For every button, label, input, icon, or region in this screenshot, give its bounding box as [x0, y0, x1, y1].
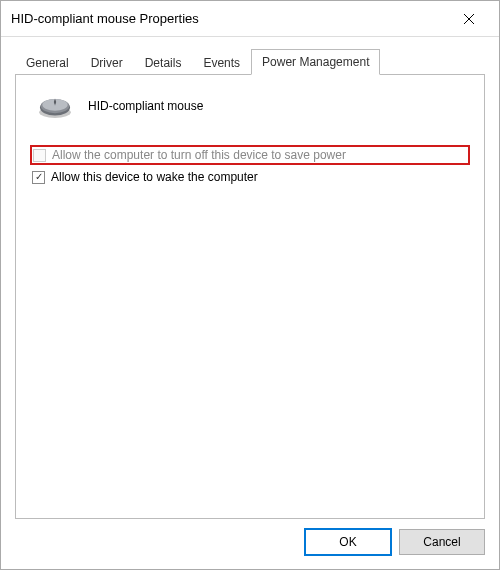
device-name: HID-compliant mouse [88, 99, 203, 113]
tab-driver[interactable]: Driver [80, 50, 134, 75]
tab-panel-power-management: HID-compliant mouse Allow the computer t… [15, 75, 485, 519]
checkbox-allow-wake[interactable] [32, 171, 45, 184]
cancel-button[interactable]: Cancel [399, 529, 485, 555]
option-allow-wake: Allow this device to wake the computer [30, 168, 470, 186]
content-area: General Driver Details Events Power Mana… [1, 37, 499, 519]
tabs: General Driver Details Events Power Mana… [15, 47, 485, 75]
checkbox-allow-turn-off[interactable] [33, 149, 46, 162]
window-title: HID-compliant mouse Properties [11, 11, 449, 26]
titlebar: HID-compliant mouse Properties [1, 1, 499, 37]
ok-button[interactable]: OK [305, 529, 391, 555]
tab-details[interactable]: Details [134, 50, 193, 75]
option-allow-wake-label: Allow this device to wake the computer [51, 170, 258, 184]
dialog-footer: OK Cancel [1, 519, 499, 569]
tab-general[interactable]: General [15, 50, 80, 75]
option-allow-turn-off-label: Allow the computer to turn off this devi… [52, 148, 346, 162]
close-button[interactable] [449, 4, 489, 34]
device-header: HID-compliant mouse [36, 93, 470, 119]
properties-dialog: HID-compliant mouse Properties General D… [0, 0, 500, 570]
mouse-icon [36, 93, 74, 119]
option-allow-turn-off: Allow the computer to turn off this devi… [30, 145, 470, 165]
svg-point-6 [54, 100, 56, 104]
tab-events[interactable]: Events [192, 50, 251, 75]
close-icon [463, 13, 475, 25]
tab-power-management[interactable]: Power Management [251, 49, 380, 75]
